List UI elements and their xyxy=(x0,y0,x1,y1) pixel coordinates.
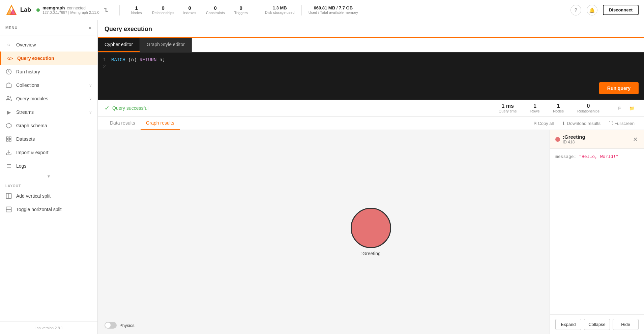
sidebar-collapse-button[interactable]: « xyxy=(88,24,92,31)
query-execution-icon: </> xyxy=(6,55,13,62)
svg-marker-6 xyxy=(6,123,11,128)
tab-graph-results[interactable]: Graph results xyxy=(141,117,180,130)
node-collapse-button[interactable]: Collapse xyxy=(584,319,610,330)
sidebar-item-datasets[interactable]: Datasets xyxy=(0,132,97,146)
sidebar-item-streams[interactable]: ▶ Streams ∨ xyxy=(0,105,97,119)
query-modules-icon xyxy=(5,95,12,102)
sidebar-item-run-history[interactable]: Run history xyxy=(0,65,97,78)
connection-status-dot xyxy=(36,8,40,12)
graph-schema-icon xyxy=(5,122,12,129)
sidebar: MENU « ○ Overview </> Query execution Ru… xyxy=(0,20,98,334)
add-vertical-split-icon xyxy=(5,193,12,199)
stat-query-time: 1 ms Query time xyxy=(499,103,517,113)
topbar: Lab memgraph connected 127.0.0.1:7687 | … xyxy=(0,0,644,20)
topbar-divider-1 xyxy=(119,5,120,15)
code-editor[interactable]: 1 MATCH (n) RETURN n; 2 Run query xyxy=(98,53,644,100)
tab-graph-style-editor[interactable]: Graph Style editor xyxy=(140,38,192,52)
node-hide-button[interactable]: Hide xyxy=(613,319,639,330)
datasets-icon xyxy=(5,136,12,142)
notifications-button[interactable]: 🔔 xyxy=(587,5,597,15)
connection-info: memgraph connected 127.0.0.1:7687 | Memg… xyxy=(36,5,110,15)
query-modules-chevron-icon: ∨ xyxy=(89,96,92,101)
results-tabs: Data results Graph results ⎘ Copy all ⬇ … xyxy=(98,117,644,130)
connection-name: memgraph xyxy=(42,5,65,10)
physics-toggle[interactable]: Physics xyxy=(105,322,135,329)
run-query-button[interactable]: Run query xyxy=(599,82,639,94)
download-results-button[interactable]: 📁 xyxy=(626,104,637,112)
sidebar-item-add-vertical-split-label: Add vertical split xyxy=(16,193,92,199)
node-properties: message: "Hello, World!" xyxy=(550,149,644,165)
svg-rect-7 xyxy=(6,137,8,138)
node-detail-header: :Greeting ID 418 ✕ xyxy=(550,130,644,149)
sidebar-item-datasets-label: Datasets xyxy=(16,136,92,142)
sidebar-scroll-down: ▼ xyxy=(0,173,97,180)
connection-status-text: connected xyxy=(67,6,85,10)
topbar-divider-3 xyxy=(301,5,302,15)
sidebar-nav: ○ Overview </> Query execution Run histo… xyxy=(0,35,97,322)
sidebar-header: MENU « xyxy=(0,20,97,35)
sidebar-item-overview[interactable]: ○ Overview xyxy=(0,38,97,52)
sidebar-footer: Lab version 2.8.1 xyxy=(0,322,97,334)
memory-info: 669.81 MB / 7.7 GB Used / Total availabl… xyxy=(309,5,358,14)
sidebar-item-toggle-horizontal-split[interactable]: Toggle horizontal split xyxy=(0,203,97,216)
copy-all-icon: ⎘ xyxy=(534,121,536,126)
svg-point-5 xyxy=(7,96,9,98)
layout-section-label: LAYOUT xyxy=(0,180,97,189)
content-area: Query execution Cypher editor Graph Styl… xyxy=(98,20,644,334)
editor-section: Cypher editor Graph Style editor 1 MATCH… xyxy=(98,38,644,100)
results-tabs-actions: ⎘ Copy all ⬇ Download results ⛶ Fullscre… xyxy=(531,120,637,127)
download-results-button-2[interactable]: ⬇ Download results xyxy=(559,120,603,127)
sidebar-item-add-vertical-split[interactable]: Add vertical split xyxy=(0,189,97,203)
stat-result-nodes: 1 Nodes xyxy=(553,103,564,113)
physics-toggle-switch[interactable] xyxy=(105,322,117,329)
collections-icon xyxy=(5,82,12,89)
tab-data-results[interactable]: Data results xyxy=(105,117,141,130)
sidebar-item-import-export[interactable]: Import & export xyxy=(0,146,97,159)
stat-relationships: 0 Relationships xyxy=(152,5,174,15)
import-export-icon xyxy=(5,149,12,156)
sidebar-item-streams-label: Streams xyxy=(16,109,85,115)
main-layout: MENU « ○ Overview </> Query execution Ru… xyxy=(0,20,644,334)
sidebar-menu-label: MENU xyxy=(5,26,18,30)
prop-key-message: message: xyxy=(555,154,579,159)
sidebar-item-query-execution[interactable]: </> Query execution xyxy=(0,52,97,65)
app-name: Lab xyxy=(20,6,31,13)
sidebar-item-collections[interactable]: Collections ∨ xyxy=(0,78,97,92)
transfer-icon[interactable]: ⇅ xyxy=(102,5,110,15)
tab-cypher-editor[interactable]: Cypher editor xyxy=(98,38,140,52)
node-name: :Greeting xyxy=(563,134,585,140)
query-success-indicator: ✓ Query successful xyxy=(105,104,148,112)
sidebar-item-query-modules[interactable]: Query modules ∨ xyxy=(0,92,97,105)
sidebar-item-graph-schema[interactable]: Graph schema xyxy=(0,119,97,132)
node-panel-close-button[interactable]: ✕ xyxy=(632,136,639,143)
download-icon-2: ⬇ xyxy=(562,121,565,126)
fullscreen-icon: ⛶ xyxy=(609,121,613,126)
sidebar-item-collections-label: Collections xyxy=(16,82,85,88)
disconnect-button[interactable]: Disconnect xyxy=(603,5,639,15)
sidebar-item-toggle-horizontal-split-label: Toggle horizontal split xyxy=(16,207,92,212)
run-history-icon xyxy=(5,68,12,75)
fullscreen-button[interactable]: ⛶ Fullscreen xyxy=(606,120,637,127)
svg-rect-4 xyxy=(6,84,11,88)
connection-details: 127.0.0.1:7687 | Memgraph 2.11.0 xyxy=(42,10,99,14)
sidebar-item-import-export-label: Import & export xyxy=(16,150,92,155)
query-success-text: Query successful xyxy=(112,105,148,111)
sidebar-item-query-execution-label: Query execution xyxy=(17,56,92,61)
copy-icon: ⎘ xyxy=(618,106,621,111)
stat-triggers: 0 Triggers xyxy=(231,5,251,15)
copy-all-button[interactable]: ⎘ Copy all xyxy=(531,120,556,127)
copy-results-button[interactable]: ⎘ xyxy=(616,104,624,112)
sidebar-item-logs[interactable]: ☰ Logs xyxy=(0,159,97,173)
stat-indexes: 0 Indexes xyxy=(180,5,200,15)
node-detail-panel: :Greeting ID 418 ✕ message: "Hello, Worl… xyxy=(550,130,644,334)
stat-result-relationships: 0 Relationships xyxy=(577,103,599,113)
greeting-node[interactable] xyxy=(351,208,391,248)
download-icon: 📁 xyxy=(629,106,635,111)
code-line-1: 1 MATCH (n) RETURN n; xyxy=(98,57,644,63)
prop-val-message: "Hello, World!" xyxy=(579,154,618,159)
help-button[interactable]: ? xyxy=(570,5,581,15)
graph-node-container[interactable]: :Greeting xyxy=(351,208,391,256)
svg-rect-9 xyxy=(6,140,8,141)
svg-rect-8 xyxy=(9,137,11,138)
node-expand-button[interactable]: Expand xyxy=(555,319,581,330)
